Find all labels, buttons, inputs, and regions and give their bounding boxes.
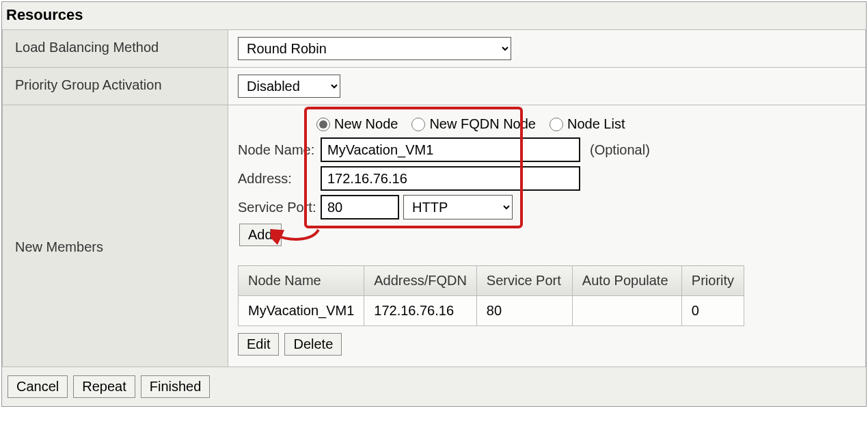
- radio-node-list[interactable]: Node List: [550, 116, 625, 132]
- radio-new-node-label: New Node: [334, 116, 398, 132]
- members-table: Node Name Address/FQDN Service Port Auto…: [238, 265, 744, 326]
- node-name-input[interactable]: [321, 137, 580, 162]
- edit-button[interactable]: Edit: [238, 333, 279, 356]
- col-priority[interactable]: Priority: [681, 266, 744, 296]
- col-address[interactable]: Address/FQDN: [364, 266, 477, 296]
- radio-new-fqdn-node[interactable]: New FQDN Node: [411, 116, 536, 132]
- delete-button[interactable]: Delete: [284, 333, 342, 356]
- col-service-port[interactable]: Service Port: [476, 266, 572, 296]
- cell-node-name: MyVacation_VM1: [239, 296, 364, 326]
- new-members-label: New Members: [3, 105, 228, 367]
- pga-label: Priority Group Activation: [3, 68, 228, 105]
- add-button[interactable]: Add: [239, 224, 282, 246]
- radio-new-fqdn-input[interactable]: [411, 118, 425, 131]
- service-port-input[interactable]: [321, 195, 399, 219]
- col-auto-populate[interactable]: Auto Populate: [572, 266, 681, 296]
- node-type-radiogroup: New Node New FQDN Node Node List: [316, 116, 856, 132]
- col-node-name[interactable]: Node Name: [239, 266, 364, 296]
- cell-auto: [572, 296, 681, 326]
- table-row[interactable]: MyVacation_VM1 172.16.76.16 80 0: [239, 296, 744, 326]
- radio-node-list-input[interactable]: [550, 118, 563, 131]
- node-name-label: Node Name:: [238, 142, 316, 158]
- finished-button[interactable]: Finished: [141, 375, 211, 398]
- radio-new-node-input[interactable]: [316, 118, 330, 131]
- cell-port: 80: [476, 296, 572, 326]
- address-input[interactable]: [321, 166, 580, 191]
- service-port-label: Service Port:: [238, 200, 316, 215]
- section-title: Resources: [2, 2, 866, 29]
- lb-method-select[interactable]: Round Robin: [238, 37, 511, 60]
- node-name-optional: (Optional): [590, 142, 650, 158]
- lb-method-label: Load Balancing Method: [3, 30, 228, 68]
- service-port-type-select[interactable]: HTTP: [403, 195, 513, 219]
- radio-node-list-label: Node List: [567, 116, 625, 132]
- cell-address: 172.16.76.16: [364, 296, 477, 326]
- cancel-button[interactable]: Cancel: [8, 375, 68, 398]
- radio-new-fqdn-label: New FQDN Node: [429, 116, 536, 132]
- repeat-button[interactable]: Repeat: [73, 375, 135, 398]
- pga-select[interactable]: Disabled: [238, 75, 340, 98]
- radio-new-node[interactable]: New Node: [316, 116, 398, 132]
- address-label: Address:: [238, 171, 316, 187]
- cell-priority: 0: [681, 296, 744, 326]
